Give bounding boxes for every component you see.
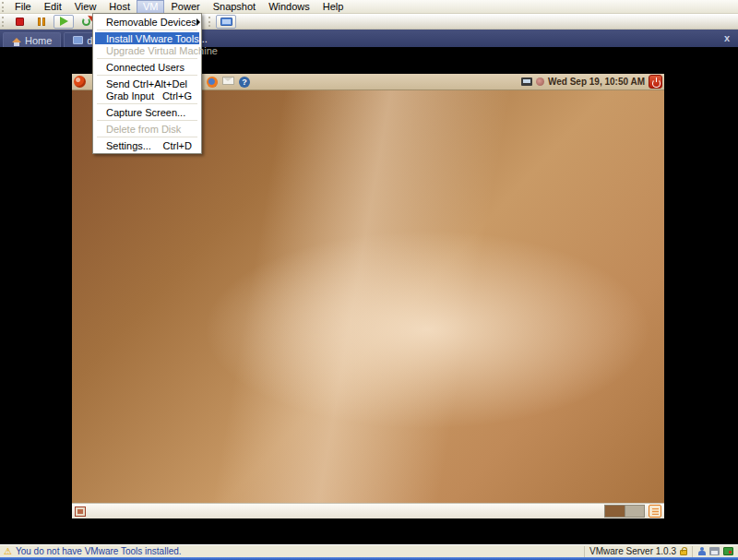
vm-console-icon: [73, 36, 83, 44]
menu-help[interactable]: Help: [316, 0, 351, 14]
suspend-button[interactable]: [31, 15, 52, 29]
menu-separator: [97, 120, 197, 121]
home-icon: [12, 38, 21, 42]
menu-item-upgrade-virtual-machine: Upgrade Virtual Machine: [95, 44, 199, 56]
power-button-icon[interactable]: [649, 75, 662, 89]
menu-host[interactable]: Host: [102, 0, 137, 14]
menu-separator: [97, 58, 197, 59]
warning-icon: ⚠: [4, 547, 12, 556]
menu-item-delete-from-disk: Delete from Disk: [95, 123, 199, 135]
help-icon[interactable]: ?: [239, 77, 250, 88]
network-adapter-icon[interactable]: [723, 547, 733, 555]
menu-item-settings[interactable]: Settings... Ctrl+D: [95, 139, 199, 151]
menu-separator: [97, 137, 197, 137]
toolbar-gripper: [208, 17, 213, 27]
display-icon[interactable]: [521, 77, 532, 86]
tab-home-label: Home: [25, 35, 52, 46]
show-desktop-icon[interactable]: [75, 506, 86, 517]
guest-clock[interactable]: Wed Sep 19, 10:50 AM: [548, 77, 645, 87]
ubuntu-menu-icon[interactable]: [74, 76, 86, 88]
toolbar-gripper: [2, 2, 6, 12]
connected-users-icon[interactable]: [697, 547, 706, 556]
tab-home[interactable]: Home: [3, 32, 61, 47]
workspace-2[interactable]: [625, 506, 644, 517]
shortcut-label: Ctrl+G: [162, 90, 192, 101]
reset-icon: [82, 18, 90, 26]
menu-file[interactable]: File: [8, 0, 38, 14]
menu-separator: [97, 103, 197, 104]
firefox-icon[interactable]: [207, 77, 218, 88]
menu-vm-open[interactable]: VM: [137, 0, 165, 14]
status-bar: ⚠ You do not have VMware Tools installed…: [0, 544, 738, 557]
menu-item-send-ctrl-alt-del[interactable]: Send Ctrl+Alt+Del: [95, 77, 199, 89]
workspace-switcher[interactable]: [604, 505, 645, 518]
version-label: VMware Server 1.0.3: [589, 546, 676, 556]
menu-item-connected-users[interactable]: Connected Users: [95, 61, 199, 73]
power-on-button[interactable]: [54, 15, 74, 29]
menu-item-grab-input[interactable]: Grab Input Ctrl+G: [95, 89, 199, 101]
menu-bar: File Edit View Host VM Power Snapshot Wi…: [0, 0, 738, 14]
stop-icon: [16, 18, 24, 26]
menu-separator: [97, 30, 197, 30]
menu-windows[interactable]: Windows: [262, 0, 316, 14]
full-screen-icon: [220, 18, 232, 26]
menu-power[interactable]: Power: [164, 0, 206, 14]
menu-item-install-vmware-tools[interactable]: Install VMware Tools...: [95, 32, 199, 44]
vm-menu-popup: Removable Devices Install VMware Tools..…: [92, 13, 202, 154]
guest-bottom-panel: [72, 503, 664, 518]
status-message[interactable]: You do not have VMware Tools installed.: [16, 546, 182, 556]
full-screen-button[interactable]: [216, 15, 236, 29]
pause-icon: [38, 18, 45, 26]
volume-icon[interactable]: [536, 77, 544, 86]
menu-item-capture-screen[interactable]: Capture Screen...: [95, 106, 199, 118]
play-icon: [60, 17, 68, 26]
menu-item-removable-devices[interactable]: Removable Devices: [95, 16, 199, 28]
workspace-1[interactable]: [605, 506, 625, 517]
submenu-arrow-icon: [196, 18, 200, 26]
menu-view[interactable]: View: [68, 0, 103, 14]
menu-snapshot[interactable]: Snapshot: [207, 0, 262, 14]
email-icon[interactable]: [222, 77, 234, 85]
menu-separator: [97, 75, 197, 76]
vmware-server-console-window: File Edit View Host VM Power Snapshot Wi…: [0, 0, 738, 560]
power-off-button[interactable]: [9, 15, 30, 29]
menu-edit[interactable]: Edit: [38, 0, 68, 14]
tab-close-button[interactable]: x: [724, 32, 730, 43]
ssl-lock-icon: [680, 550, 687, 555]
shortcut-label: Ctrl+D: [163, 140, 192, 151]
toolbar-gripper: [2, 17, 6, 27]
trash-icon[interactable]: [649, 505, 661, 518]
floppy-device-icon[interactable]: [709, 547, 720, 555]
